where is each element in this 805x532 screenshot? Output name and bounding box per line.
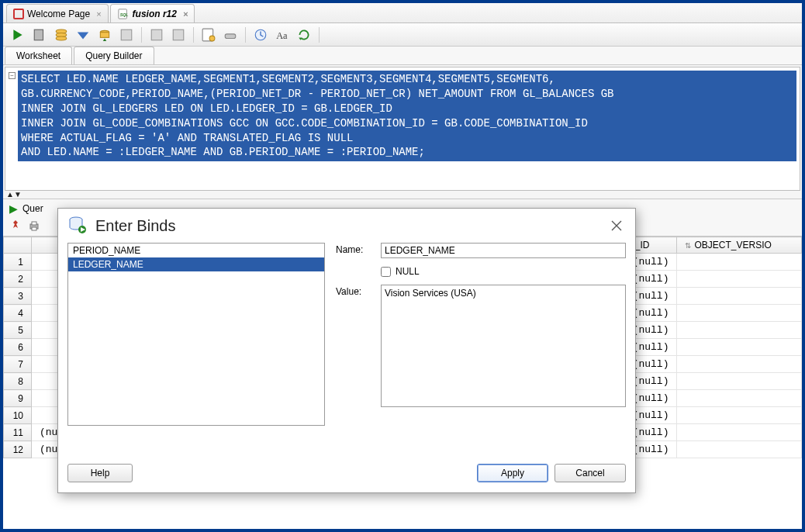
- tab-worksheet[interactable]: Worksheet: [5, 47, 72, 64]
- bind-list-item[interactable]: PERIOD_NAME: [68, 244, 324, 257]
- refresh-button[interactable]: [295, 26, 313, 43]
- sql-editor[interactable]: − SELECT LED.NAME LEDGER_NAME,SEGMENT1,S…: [5, 67, 800, 191]
- row-number-header: [4, 237, 32, 254]
- row-number-cell: 8: [4, 373, 32, 390]
- sql-text[interactable]: SELECT LED.NAME LEDGER_NAME,SEGMENT1,SEG…: [18, 71, 796, 161]
- worksheet-toolbar: Aa: [3, 23, 802, 47]
- apply-button[interactable]: Apply: [477, 464, 548, 482]
- dialog-close-button[interactable]: [607, 216, 626, 235]
- svg-rect-12: [151, 29, 162, 40]
- row-number-cell: 6: [4, 339, 32, 356]
- play-icon: ▶: [9, 202, 18, 215]
- row-number-cell: 11: [4, 424, 32, 441]
- svg-rect-9: [100, 32, 109, 37]
- svg-point-15: [209, 36, 215, 41]
- svg-rect-3: [34, 29, 43, 40]
- help-button[interactable]: Help: [67, 464, 133, 482]
- commit-button[interactable]: [118, 26, 135, 43]
- explain-plan-button[interactable]: [53, 26, 70, 43]
- cancel-button[interactable]: Cancel: [555, 464, 626, 482]
- toolbar-separator: [141, 27, 142, 43]
- splitter-handle[interactable]: ▲ ▼: [3, 191, 802, 199]
- svg-marker-7: [78, 32, 88, 39]
- col-object-version[interactable]: ⇅OBJECT_VERSIO: [677, 237, 802, 254]
- bind-variable-list[interactable]: PERIOD_NAMELEDGER_NAME: [67, 243, 325, 426]
- run-statement-button[interactable]: [9, 26, 26, 43]
- tab-fusion[interactable]: SQL fusion r12 ×: [110, 4, 195, 22]
- document-tabs: Welcome Page × SQL fusion r12 ×: [3, 3, 802, 23]
- svg-rect-16: [225, 33, 236, 38]
- row-number-cell: 12: [4, 441, 32, 458]
- query-result-label: Quer: [22, 203, 43, 214]
- row-number-cell: 9: [4, 390, 32, 407]
- svg-rect-21: [32, 222, 36, 225]
- printer-icon[interactable]: [28, 219, 40, 234]
- database-run-icon: [67, 215, 88, 237]
- row-number-cell: 1: [4, 254, 32, 271]
- oracle-icon: [13, 9, 24, 19]
- cell: [677, 390, 802, 407]
- sql-tuning-button[interactable]: [200, 26, 217, 43]
- unshared-sql-button[interactable]: [170, 26, 187, 43]
- null-checkbox[interactable]: [381, 267, 391, 277]
- cell: [677, 271, 802, 288]
- tab-fusion-label: fusion r12: [133, 9, 177, 19]
- svg-marker-10: [103, 38, 107, 40]
- row-number-cell: 5: [4, 322, 32, 339]
- cell: [677, 356, 802, 373]
- cell: [677, 305, 802, 322]
- toolbar-separator: [245, 27, 246, 43]
- cell: [677, 339, 802, 356]
- triangle-up-icon: ▲: [6, 191, 14, 199]
- cell: [677, 288, 802, 305]
- bind-name-input[interactable]: [381, 243, 626, 258]
- sql-file-icon: SQL: [117, 9, 130, 19]
- tab-welcome[interactable]: Welcome Page ×: [6, 4, 109, 22]
- run-script-button[interactable]: [31, 26, 48, 43]
- cell: [677, 322, 802, 339]
- dropdown-button[interactable]: [74, 26, 92, 43]
- rollback-button[interactable]: [148, 26, 165, 43]
- svg-rect-11: [121, 29, 132, 40]
- svg-text:SQL: SQL: [119, 12, 128, 16]
- autotrace-button[interactable]: [96, 26, 113, 43]
- svg-text:Aa: Aa: [276, 29, 288, 40]
- row-number-cell: 3: [4, 288, 32, 305]
- triangle-down-icon: ▼: [14, 191, 22, 199]
- bind-value-textarea[interactable]: [381, 285, 626, 407]
- svg-rect-13: [173, 29, 184, 40]
- cell: [677, 441, 802, 458]
- pin-icon[interactable]: [9, 219, 22, 234]
- svg-rect-22: [32, 227, 36, 230]
- cell: [677, 407, 802, 424]
- bind-list-item[interactable]: LEDGER_NAME: [68, 257, 324, 271]
- null-label: NULL: [396, 266, 420, 277]
- svg-marker-2: [13, 29, 22, 40]
- toolbar-separator: [193, 27, 194, 43]
- cell: [677, 373, 802, 390]
- value-label: Value:: [336, 285, 375, 297]
- tab-welcome-label: Welcome Page: [27, 9, 90, 19]
- fold-toggle-icon[interactable]: −: [9, 72, 16, 79]
- svg-point-6: [56, 36, 67, 40]
- worksheet-subtabs: Worksheet Query Builder: [3, 47, 802, 65]
- dialog-title: Enter Binds: [95, 217, 175, 235]
- row-number-cell: 10: [4, 407, 32, 424]
- row-number-cell: 7: [4, 356, 32, 373]
- close-icon[interactable]: ×: [183, 9, 188, 19]
- row-number-cell: 4: [4, 305, 32, 322]
- enter-binds-dialog: Enter Binds PERIOD_NAMELEDGER_NAME Name:…: [57, 208, 636, 493]
- sql-history-button[interactable]: [252, 26, 269, 43]
- clear-button[interactable]: [222, 26, 239, 43]
- tab-query-builder[interactable]: Query Builder: [74, 47, 154, 64]
- toolbar-separator: [319, 27, 320, 43]
- name-label: Name:: [336, 243, 375, 255]
- close-icon[interactable]: ×: [96, 9, 101, 19]
- format-button[interactable]: Aa: [274, 26, 291, 43]
- row-number-cell: 2: [4, 271, 32, 288]
- cell: [677, 254, 802, 271]
- cell: [677, 424, 802, 441]
